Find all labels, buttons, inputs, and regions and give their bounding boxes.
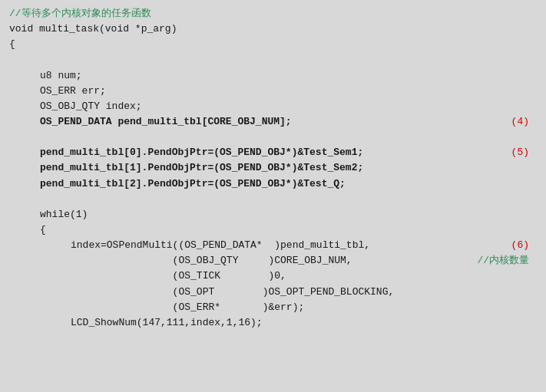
var-u8-text: u8 num;	[40, 68, 537, 84]
line-brace-open1: {	[9, 37, 537, 52]
annotation-4: (4)	[511, 114, 529, 130]
line-lcd-show: LCD_ShowNum(147,111,index,1,16); https:/…	[9, 315, 537, 331]
osp-call4-text: (OS_OPT )OS_OPT_PEND_BLOCKING,	[71, 285, 537, 300]
watermark-and-comment: https://bl//显示当前有几个内核对	[394, 315, 529, 331]
osp-call3-text: (OS_TICK )0,	[71, 268, 537, 284]
brace-open2-text: {	[40, 222, 537, 238]
line-var-u8: u8 num;	[9, 68, 537, 84]
osp-call1-text: index=OSPendMulti((OS_PEND_DATA* )pend_m…	[71, 238, 537, 253]
code-container: //等待多个内核对象的任务函数 void multi_task(void *p_…	[0, 0, 546, 337]
line-osp-call1: index=OSPendMulti((OS_PEND_DATA* )pend_m…	[9, 238, 537, 253]
line-osp-call2: (OS_OBJ_QTY )CORE_OBJ_NUM, //内核数量	[9, 253, 537, 268]
line-assign2: pend_multi_tbl[1].PendObjPtr=(OS_PEND_OB…	[9, 160, 537, 176]
comment-core-obj-num: //内核数量	[477, 253, 529, 268]
annotation-6: (6)	[511, 238, 529, 253]
line-func-decl: void multi_task(void *p_arg)	[9, 21, 537, 37]
var-pend-text: OS_PEND_DATA pend_multi_tbl[CORE_OBJ_NUM…	[40, 114, 537, 130]
comment-header-text: //等待多个内核对象的任务函数	[9, 6, 537, 21]
line-brace-open2: {	[9, 222, 537, 238]
line-assign1: pend_multi_tbl[0].PendObjPtr=(OS_PEND_OB…	[9, 145, 537, 160]
osp-call5-text: (OS_ERR* )&err);	[71, 300, 537, 315]
line-assign3: pend_multi_tbl[2].PendObjPtr=(OS_PEND_OB…	[9, 176, 537, 192]
assign1-text: pend_multi_tbl[0].PendObjPtr=(OS_PEND_OB…	[40, 145, 537, 160]
line-var-index: OS_OBJ_QTY index;	[9, 99, 537, 114]
assign2-text: pend_multi_tbl[1].PendObjPtr=(OS_PEND_OB…	[40, 160, 537, 176]
empty-line-1	[9, 52, 537, 68]
while-text: while(1)	[40, 207, 537, 222]
empty-line-3	[9, 192, 537, 207]
line-osp-call4: (OS_OPT )OS_OPT_PEND_BLOCKING,	[9, 285, 537, 300]
var-err-text: OS_ERR err;	[40, 84, 537, 99]
line-var-pend: OS_PEND_DATA pend_multi_tbl[CORE_OBJ_NUM…	[9, 114, 537, 130]
osp-call2-text: (OS_OBJ_QTY )CORE_OBJ_NUM,	[71, 253, 537, 268]
var-index-text: OS_OBJ_QTY index;	[40, 99, 537, 114]
brace-open1-text: {	[9, 37, 537, 52]
watermark-text: https://bl	[408, 330, 440, 331]
line-comment-header: //等待多个内核对象的任务函数	[9, 6, 537, 21]
line-var-err: OS_ERR err;	[9, 84, 537, 99]
line-osp-call5: (OS_ERR* )&err);	[9, 300, 537, 315]
func-decl-text: void multi_task(void *p_arg)	[9, 21, 537, 37]
line-while: while(1)	[9, 207, 537, 222]
assign3-text: pend_multi_tbl[2].PendObjPtr=(OS_PEND_OB…	[40, 176, 537, 192]
line-osp-call3: (OS_TICK )0,	[9, 268, 537, 284]
annotation-5: (5)	[511, 145, 529, 160]
empty-line-2	[9, 130, 537, 145]
comment-lcd: //显示当前有几个内核对	[440, 330, 529, 331]
